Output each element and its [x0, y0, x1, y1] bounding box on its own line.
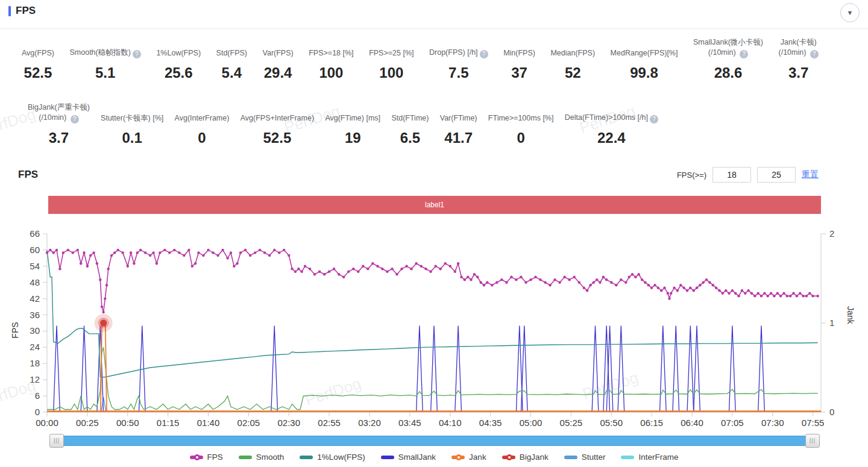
y-right-tick-label: 1	[829, 318, 834, 328]
label-banner-text: label1	[425, 201, 444, 209]
stat-value: 19	[345, 130, 361, 146]
chart-section-title: FPS	[18, 169, 38, 181]
legend-marker-icon	[564, 456, 577, 459]
stat-label: Avg(FPS+InterFrame)	[241, 113, 314, 124]
stat-label: FPS>=18 [%]	[309, 48, 353, 58]
legend-item-bigjank[interactable]: BigJank	[502, 453, 549, 462]
help-icon[interactable]: ?	[810, 50, 819, 58]
help-icon[interactable]: ?	[480, 50, 488, 58]
stat-stats-row-2-0: BigJank(严重卡顿)(/10min) ?3.7	[28, 102, 90, 146]
x-tick-label: 00:25	[76, 418, 99, 428]
help-icon[interactable]: ?	[650, 115, 658, 124]
stat-label: Var(FTime)	[440, 113, 477, 124]
legend-marker-icon	[451, 456, 465, 459]
collapse-panel-button[interactable]: ▼	[840, 3, 860, 22]
x-tick-label: 01:40	[197, 418, 220, 428]
stat-stats-row-1-3: Std(FPS)5.4	[216, 48, 247, 81]
x-tick-label: 00:00	[36, 418, 58, 428]
stat-label: Avg(FTime) [ms]	[325, 113, 380, 124]
y-left-tick-label: 42	[30, 293, 40, 304]
stat-label: 1%Low(FPS)	[156, 48, 201, 58]
chart-legend: FPSSmooth1%Low(FPS)SmallJankJankBigJankS…	[0, 453, 868, 462]
stat-value: 52.5	[24, 65, 52, 81]
stat-label: FPS>=25 [%]	[369, 48, 414, 58]
x-tick-label: 04:10	[439, 418, 462, 428]
x-tick-label: 07:55	[802, 418, 825, 428]
legend-item-stutter[interactable]: Stutter	[564, 453, 606, 462]
stat-stats-row-2-8: Delta(FTime)>100ms [/h]?22.4	[565, 113, 658, 146]
legend-item-fps[interactable]: FPS	[190, 453, 223, 462]
y-left-axis-title: FPS	[10, 322, 20, 338]
legend-label: SmallJank	[398, 453, 436, 462]
y-left-tick-label: 18	[30, 358, 40, 368]
stat-stats-row-1-4: Var(FPS)29.4	[263, 48, 294, 81]
fps-filter-label: FPS(>=)	[677, 171, 706, 180]
stat-label: Avg(InterFrame)	[175, 113, 230, 124]
legend-item-1-low-fps-[interactable]: 1%Low(FPS)	[300, 453, 365, 462]
stat-value: 52.5	[263, 130, 292, 146]
fps-threshold-input-2[interactable]	[757, 167, 796, 183]
x-tick-label: 03:45	[398, 418, 421, 428]
reset-link[interactable]: 重置	[802, 169, 819, 180]
stats-row-2: BigJank(严重卡顿)(/10min) ?3.7Stutter(卡顿率) […	[28, 102, 658, 146]
axis-lines	[47, 234, 821, 412]
legend-label: Jank	[469, 453, 486, 462]
help-icon[interactable]: ?	[740, 50, 748, 58]
x-tick-label: 06:15	[640, 418, 663, 428]
x-tick-label: 05:50	[600, 418, 623, 428]
stat-value: 0	[198, 130, 206, 146]
legend-label: Stutter	[582, 453, 606, 462]
x-tick-label: 00:50	[116, 418, 139, 428]
stat-value: 6.5	[400, 130, 420, 146]
chevron-down-icon: ▼	[847, 9, 854, 16]
stat-label: FTime>=100ms [%]	[488, 113, 554, 124]
chart-scrollbar-track[interactable]	[51, 436, 820, 446]
help-icon[interactable]: ?	[133, 50, 141, 58]
stat-stats-row-1-8: Min(FPS)37	[503, 48, 535, 81]
legend-marker-icon	[300, 456, 313, 459]
stat-label: Delta(FTime)>100ms [/h]?	[565, 113, 658, 124]
legend-item-interframe[interactable]: InterFrame	[621, 453, 678, 462]
scrollbar-handle-left[interactable]: |||	[49, 434, 64, 448]
stat-value: 29.4	[264, 65, 292, 81]
y-left-tick-label: 0	[35, 407, 40, 417]
fps-threshold-input-1[interactable]	[712, 167, 751, 183]
y-left-tick-label: 6	[35, 390, 40, 401]
stat-value: 5.1	[95, 65, 115, 81]
stat-stats-row-1-5: FPS>=18 [%]100	[309, 48, 353, 81]
y-left-tick-label: 24	[30, 342, 40, 352]
fps-line	[47, 250, 818, 312]
y-right-axis-title: Jank	[846, 306, 855, 325]
y-left-tick-label: 12	[30, 374, 40, 384]
stat-label: SmallJank(微小卡顿)(/10min) ?	[693, 37, 763, 58]
y-left-tick-label: 48	[30, 277, 40, 287]
perfdog-fps-panel: { "header": { "title": "FPS" }, "section…	[0, 0, 868, 467]
label-banner[interactable]: label1	[48, 196, 821, 214]
stat-value: 7.5	[448, 65, 468, 81]
stat-stats-row-1-11: SmallJank(微小卡顿)(/10min) ?28.6	[693, 37, 763, 81]
panel-title: FPS	[8, 5, 36, 17]
y-left-tick-label: 30	[30, 325, 40, 336]
x-tick-label: 02:30	[277, 418, 300, 428]
y-left-tick-label: 36	[30, 310, 40, 320]
header-divider	[0, 28, 868, 29]
fps-dots	[46, 249, 819, 314]
legend-item-smalljank[interactable]: SmallJank	[381, 453, 436, 462]
stat-stats-row-2-1: Stutter(卡顿率) [%]0.1	[101, 113, 163, 146]
stat-stats-row-1-2: 1%Low(FPS)25.6	[156, 48, 201, 81]
stat-label: Std(FPS)	[216, 48, 247, 58]
stat-label: Std(FTime)	[391, 113, 429, 124]
fps-chart[interactable]: 666054484236302418126021000:0000:2500:50…	[0, 216, 868, 434]
help-icon[interactable]: ?	[71, 115, 79, 124]
legend-item-jank[interactable]: Jank	[451, 453, 486, 462]
legend-item-smooth[interactable]: Smooth	[239, 453, 285, 462]
scrollbar-handle-right[interactable]: |||	[805, 434, 820, 448]
legend-label: 1%Low(FPS)	[317, 453, 365, 462]
stat-stats-row-1-1: Smooth(稳帧指数)?5.1	[69, 48, 140, 81]
stat-label: Stutter(卡顿率) [%]	[101, 113, 163, 124]
stat-label: Jank(卡顿)(/10min) ?	[779, 37, 819, 58]
legend-marker-icon	[190, 456, 203, 459]
stat-label: BigJank(严重卡顿)(/10min) ?	[28, 102, 90, 124]
x-tick-label: 06:40	[681, 418, 703, 428]
stat-stats-row-1-9: Median(FPS)52	[550, 48, 595, 81]
